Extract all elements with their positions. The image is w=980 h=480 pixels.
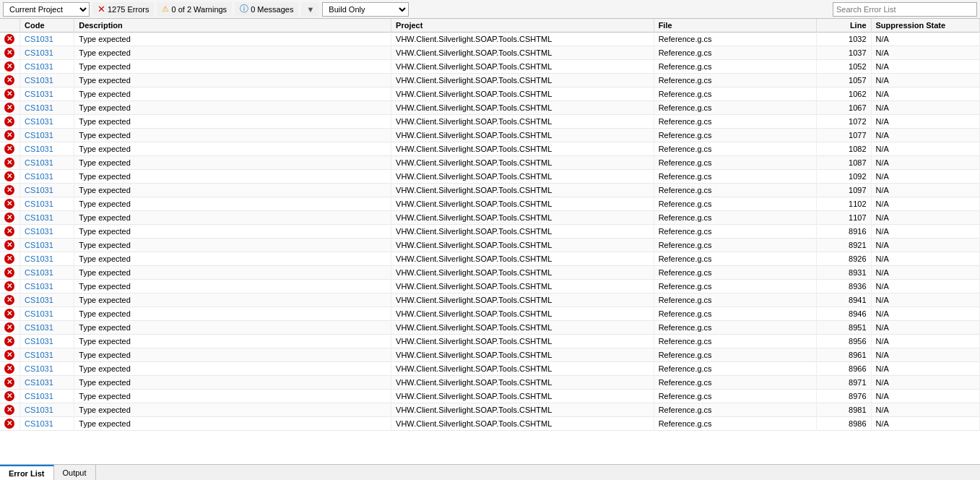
- error-cell-project: VHW.Client.Silverlight.SOAP.Tools.CSHTML: [391, 280, 654, 293]
- table-row[interactable]: ✕ CS1031 Type expected VHW.Client.Silver…: [0, 417, 980, 431]
- bottom-tab-output[interactable]: Output: [54, 465, 96, 480]
- messages-button[interactable]: ⓘ 0 Messages: [235, 2, 298, 17]
- table-row[interactable]: ✕ CS1031 Type expected VHW.Client.Silver…: [0, 87, 980, 101]
- code-link[interactable]: CS1031: [25, 337, 53, 346]
- code-link[interactable]: CS1031: [25, 351, 53, 359]
- error-cell-suppression: N/A: [871, 197, 979, 211]
- error-cell-file: Reference.g.cs: [654, 225, 817, 239]
- code-link[interactable]: CS1031: [25, 392, 53, 400]
- code-link[interactable]: CS1031: [25, 282, 53, 291]
- col-header-file[interactable]: File: [654, 19, 817, 33]
- table-row[interactable]: ✕ CS1031 Type expected VHW.Client.Silver…: [0, 252, 980, 266]
- error-cell-file: Reference.g.cs: [654, 252, 817, 266]
- table-row[interactable]: ✕ CS1031 Type expected VHW.Client.Silver…: [0, 225, 980, 239]
- error-cell-icon: ✕: [0, 129, 20, 142]
- table-row[interactable]: ✕ CS1031 Type expected VHW.Client.Silver…: [0, 170, 980, 184]
- error-cell-file: Reference.g.cs: [654, 348, 817, 362]
- code-link[interactable]: CS1031: [25, 62, 53, 71]
- error-cell-line: 8916: [817, 225, 871, 239]
- filter-button[interactable]: ▼: [301, 2, 319, 17]
- search-input[interactable]: [833, 2, 977, 17]
- error-circle-icon: ✕: [4, 391, 14, 401]
- table-row[interactable]: ✕ CS1031 Type expected VHW.Client.Silver…: [0, 33, 980, 46]
- error-cell-code: CS1031: [20, 33, 74, 46]
- errors-button[interactable]: ✕ 1275 Errors: [92, 2, 154, 17]
- code-link[interactable]: CS1031: [25, 90, 53, 98]
- code-link[interactable]: CS1031: [25, 158, 53, 167]
- error-cell-line: 1097: [817, 184, 871, 197]
- bottom-tab-bar: Error ListOutput: [0, 464, 980, 480]
- code-link[interactable]: CS1031: [25, 364, 53, 373]
- error-cell-icon: ✕: [0, 60, 20, 74]
- code-link[interactable]: CS1031: [25, 117, 53, 126]
- code-link[interactable]: CS1031: [25, 103, 53, 112]
- col-header-suppression[interactable]: Suppression State: [871, 19, 979, 33]
- table-row[interactable]: ✕ CS1031 Type expected VHW.Client.Silver…: [0, 362, 980, 376]
- code-link[interactable]: CS1031: [25, 378, 53, 387]
- table-row[interactable]: ✕ CS1031 Type expected VHW.Client.Silver…: [0, 115, 980, 129]
- error-cell-icon: ✕: [0, 74, 20, 87]
- col-header-desc[interactable]: Description: [74, 19, 391, 33]
- table-row[interactable]: ✕ CS1031 Type expected VHW.Client.Silver…: [0, 239, 980, 252]
- bottom-tab-error-list[interactable]: Error List: [0, 465, 54, 480]
- table-row[interactable]: ✕ CS1031 Type expected VHW.Client.Silver…: [0, 403, 980, 417]
- error-cell-desc: Type expected: [74, 60, 391, 74]
- table-row[interactable]: ✕ CS1031 Type expected VHW.Client.Silver…: [0, 280, 980, 293]
- code-link[interactable]: CS1031: [25, 296, 53, 304]
- table-row[interactable]: ✕ CS1031 Type expected VHW.Client.Silver…: [0, 307, 980, 321]
- table-row[interactable]: ✕ CS1031 Type expected VHW.Client.Silver…: [0, 129, 980, 142]
- error-cell-project: VHW.Client.Silverlight.SOAP.Tools.CSHTML: [391, 417, 654, 431]
- code-link[interactable]: CS1031: [25, 200, 53, 208]
- code-link[interactable]: CS1031: [25, 76, 53, 85]
- table-row[interactable]: ✕ CS1031 Type expected VHW.Client.Silver…: [0, 376, 980, 390]
- table-row[interactable]: ✕ CS1031 Type expected VHW.Client.Silver…: [0, 266, 980, 280]
- error-cell-line: 1032: [817, 33, 871, 46]
- code-link[interactable]: CS1031: [25, 323, 53, 332]
- table-row[interactable]: ✕ CS1031 Type expected VHW.Client.Silver…: [0, 211, 980, 225]
- col-header-line[interactable]: Line: [817, 19, 871, 33]
- code-link[interactable]: CS1031: [25, 145, 53, 153]
- code-link[interactable]: CS1031: [25, 227, 53, 236]
- error-circle-icon: ✕: [4, 89, 14, 99]
- table-row[interactable]: ✕ CS1031 Type expected VHW.Client.Silver…: [0, 46, 980, 60]
- code-link[interactable]: CS1031: [25, 48, 53, 57]
- error-cell-code: CS1031: [20, 115, 74, 129]
- col-header-project[interactable]: Project: [391, 19, 654, 33]
- code-link[interactable]: CS1031: [25, 419, 53, 428]
- table-row[interactable]: ✕ CS1031 Type expected VHW.Client.Silver…: [0, 321, 980, 335]
- error-cell-desc: Type expected: [74, 403, 391, 417]
- error-cell-line: 1102: [817, 197, 871, 211]
- table-row[interactable]: ✕ CS1031 Type expected VHW.Client.Silver…: [0, 60, 980, 74]
- error-cell-line: 8946: [817, 307, 871, 321]
- col-header-code[interactable]: Code: [20, 19, 74, 33]
- error-cell-code: CS1031: [20, 197, 74, 211]
- code-link[interactable]: CS1031: [25, 309, 53, 318]
- code-link[interactable]: CS1031: [25, 172, 53, 181]
- table-row[interactable]: ✕ CS1031 Type expected VHW.Client.Silver…: [0, 74, 980, 87]
- code-link[interactable]: CS1031: [25, 131, 53, 140]
- table-row[interactable]: ✕ CS1031 Type expected VHW.Client.Silver…: [0, 142, 980, 156]
- code-link[interactable]: CS1031: [25, 213, 53, 222]
- table-row[interactable]: ✕ CS1031 Type expected VHW.Client.Silver…: [0, 390, 980, 403]
- table-row[interactable]: ✕ CS1031 Type expected VHW.Client.Silver…: [0, 293, 980, 307]
- error-cell-suppression: N/A: [871, 348, 979, 362]
- table-row[interactable]: ✕ CS1031 Type expected VHW.Client.Silver…: [0, 197, 980, 211]
- table-row[interactable]: ✕ CS1031 Type expected VHW.Client.Silver…: [0, 348, 980, 362]
- error-circle-icon: ✕: [4, 350, 14, 360]
- table-row[interactable]: ✕ CS1031 Type expected VHW.Client.Silver…: [0, 184, 980, 197]
- code-link[interactable]: CS1031: [25, 268, 53, 277]
- project-select[interactable]: Current Project: [3, 2, 90, 17]
- code-link[interactable]: CS1031: [25, 186, 53, 194]
- code-link[interactable]: CS1031: [25, 254, 53, 263]
- warnings-button[interactable]: ⚠ 0 of 2 Warnings: [157, 2, 232, 17]
- error-circle-icon: ✕: [4, 377, 14, 387]
- table-row[interactable]: ✕ CS1031 Type expected VHW.Client.Silver…: [0, 335, 980, 348]
- table-row[interactable]: ✕ CS1031 Type expected VHW.Client.Silver…: [0, 156, 980, 170]
- code-link[interactable]: CS1031: [25, 406, 53, 414]
- code-link[interactable]: CS1031: [25, 241, 53, 249]
- error-cell-line: 8971: [817, 376, 871, 390]
- build-select[interactable]: Build Only: [322, 2, 409, 17]
- error-cell-icon: ✕: [0, 417, 20, 431]
- table-row[interactable]: ✕ CS1031 Type expected VHW.Client.Silver…: [0, 101, 980, 115]
- code-link[interactable]: CS1031: [25, 35, 53, 43]
